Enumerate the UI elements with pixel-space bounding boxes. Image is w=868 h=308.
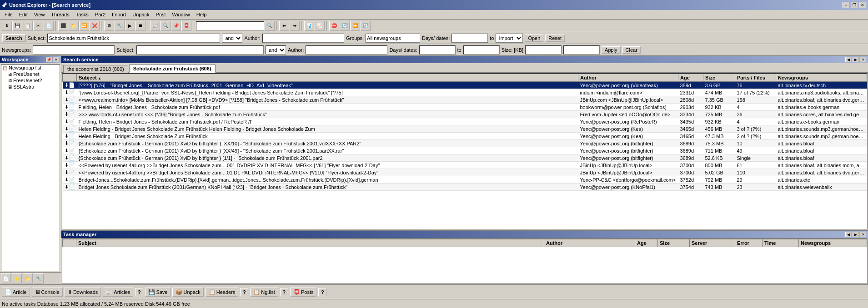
posts-button[interactable]: 📮 Posts (290, 288, 317, 297)
save-button[interactable]: 💾 Save (145, 288, 171, 297)
article-button[interactable]: 📄 Article (2, 288, 30, 297)
menu-tasks[interactable]: Tasks (73, 11, 91, 18)
toolbar-search-input[interactable] (196, 21, 264, 30)
tb-btn-1[interactable]: ⬇ (2, 21, 12, 31)
tb-btn-6[interactable]: ⬛ (58, 21, 68, 31)
toolbar-search-btn[interactable]: 🔍 (265, 21, 275, 31)
tb-btn-22[interactable]: ⛔ (329, 21, 339, 31)
tab-schokolade[interactable]: Schokolade zum Frühstück (606) (129, 65, 216, 73)
author-input-2[interactable] (306, 45, 387, 55)
help-button-2[interactable]: ? (240, 288, 248, 296)
tb-btn-15[interactable]: 🔍 (161, 21, 171, 31)
table-row[interactable]: ⬇📄Helen Fielding - Bridget Jones Schokol… (63, 133, 867, 140)
menu-unpack[interactable]: Unpack (130, 11, 152, 18)
action-select[interactable]: ImportOpen (496, 34, 523, 43)
tb-btn-21[interactable]: 📈 (315, 21, 325, 31)
workspace-pin-btn[interactable]: 📌 (46, 57, 52, 62)
menu-view[interactable]: View (31, 11, 48, 18)
menu-import[interactable]: Import (109, 11, 129, 18)
table-row[interactable]: ⬇📄Helen Fielding - Bridget Jones Schokol… (63, 125, 867, 133)
table-row[interactable]: ⬇📄{Schokolade zum Frühstück - German (20… (63, 140, 867, 147)
console-button[interactable]: 🖥 Console (32, 288, 63, 297)
days-input-2[interactable] (419, 45, 456, 55)
task-col-size[interactable]: Size (658, 239, 690, 247)
groups-input[interactable] (366, 34, 420, 43)
tb-btn-11[interactable]: 🔧 (115, 21, 125, 31)
ws-btn-4[interactable]: 🔧 (34, 273, 44, 283)
reset-button[interactable]: Reset (545, 35, 565, 42)
menu-threads[interactable]: Threads (48, 11, 72, 18)
table-row[interactable]: ⬇📄Fielding, Helen - Bridget Jones - Scho… (63, 104, 867, 111)
task-col-time[interactable]: Time (763, 239, 799, 247)
newsgroups-input[interactable] (33, 45, 115, 55)
and-select-2[interactable]: andornot (266, 45, 286, 55)
menu-help[interactable]: Help (194, 11, 210, 18)
menu-file[interactable]: File (2, 11, 15, 18)
tree-item-freeusenet[interactable]: 🖥 FreeUsenet (7, 71, 60, 77)
task-manager-close-btn[interactable]: ✕ (860, 232, 866, 237)
col-size[interactable]: Size (703, 74, 735, 82)
task-col-server[interactable]: Server (690, 239, 735, 247)
open-button[interactable]: Open (525, 35, 543, 42)
tb-btn-25[interactable]: 🔃 (361, 21, 371, 31)
size-from-input[interactable] (525, 45, 562, 55)
col-author[interactable]: Author (578, 74, 678, 82)
author-input-1[interactable] (262, 34, 344, 43)
search-service-prev-btn[interactable]: ◀ (845, 57, 852, 62)
headers-button[interactable]: 📋 Headers (206, 288, 239, 297)
clear-button[interactable]: Clear (622, 46, 641, 54)
help-button-4[interactable]: ? (318, 288, 326, 296)
articles-button[interactable]: 📰 Articles (103, 288, 133, 297)
tb-btn-4[interactable]: ✂ (33, 21, 43, 31)
tb-btn-8[interactable]: 🔁 (79, 21, 89, 31)
menu-window[interactable]: Window (170, 11, 193, 18)
col-parts[interactable]: Parts / Files (735, 74, 776, 82)
tb-btn-17[interactable]: 📮 (181, 21, 191, 31)
results-table-container[interactable]: Subject Author Age Size Parts / Files Ne… (62, 73, 868, 229)
tb-btn-23[interactable]: 🔄 (340, 21, 350, 31)
search-button[interactable]: Search (2, 34, 26, 42)
task-col-newsgroups[interactable]: Newsgroups (799, 239, 867, 247)
task-manager-prev-btn[interactable]: ◀ (845, 232, 852, 237)
restore-button[interactable]: ❐ (851, 2, 858, 8)
search-service-next-btn[interactable]: ▶ (853, 57, 859, 62)
table-row[interactable]: ⬇📄<<Powered by usenet-4all.org >>Bridget… (63, 169, 867, 176)
tb-btn-19[interactable]: ➡ (290, 21, 300, 31)
menu-par2[interactable]: Par2 (92, 11, 108, 18)
tb-btn-24[interactable]: ⏩ (350, 21, 360, 31)
table-row[interactable]: ⬇📄<<www.realmom.info> [MoMs Bestseller-A… (63, 96, 867, 104)
size-to-input[interactable] (563, 45, 600, 55)
tb-btn-9[interactable]: ❌ (90, 21, 100, 31)
days-input-1[interactable] (452, 34, 488, 43)
unpack-button[interactable]: 📦 Unpack (172, 288, 203, 297)
task-col-icon[interactable] (63, 239, 76, 247)
help-button-3[interactable]: ? (280, 288, 288, 296)
ws-btn-1[interactable]: 📄 (1, 273, 11, 283)
menu-post[interactable]: Post (153, 11, 169, 18)
tree-item-freeusenet2[interactable]: 🖥 FreeUsenet2 (7, 77, 60, 84)
table-row[interactable]: ⬇📄Fielding, Helen - Bridget Jones - Scho… (63, 118, 867, 125)
tb-btn-5[interactable]: 📄 (44, 21, 54, 31)
nglist-button[interactable]: 📋 Ng.list (250, 288, 278, 297)
subject-input-2[interactable] (136, 45, 264, 55)
tb-btn-13[interactable]: ⏹ (135, 21, 146, 31)
task-manager-next-btn[interactable]: ▶ (853, 232, 859, 237)
search-service-close-btn[interactable]: ✕ (860, 57, 866, 62)
task-col-author[interactable]: Author (544, 239, 635, 247)
ws-btn-2[interactable]: ⭐ (12, 273, 22, 283)
ws-btn-3[interactable]: 📁 (23, 273, 33, 283)
table-row[interactable]: ⬇📄<<Powered by usenet-4all.org >>Bridget… (63, 162, 867, 169)
tb-btn-7[interactable]: 📁 (69, 21, 79, 31)
tb-btn-14[interactable]: 📰 (150, 21, 160, 31)
close-button[interactable]: ✕ (859, 2, 866, 8)
workspace-close-btn[interactable]: ✕ (53, 57, 59, 62)
downloads-button[interactable]: ⬇ Downloads (65, 288, 101, 297)
tb-btn-10[interactable]: ⚙ (104, 21, 114, 31)
table-row[interactable]: ⬇📄>>> www.lords-of-usenet.info <<< [*/36… (63, 111, 867, 118)
col-age[interactable]: Age (678, 74, 703, 82)
minimize-button[interactable]: − (843, 2, 850, 8)
tree-item-sslastra[interactable]: 🖥 SSLAstra (7, 84, 60, 90)
tab-economist[interactable]: the economist 2018 (860) (63, 65, 128, 73)
subject-input-1[interactable] (47, 34, 220, 43)
tb-btn-3[interactable]: 📋 (23, 21, 33, 31)
